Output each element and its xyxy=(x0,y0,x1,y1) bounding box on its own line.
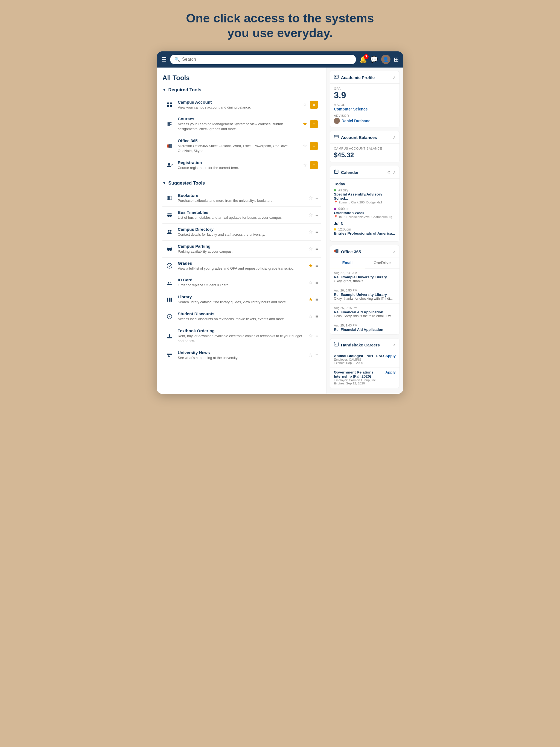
job-item-0[interactable]: Animal Biologist - NIH - LAD Employer: C… xyxy=(330,351,400,367)
university-news-menu-icon[interactable]: ≡ xyxy=(315,353,318,358)
bookstore-menu-icon[interactable]: ≡ xyxy=(315,196,318,200)
office365-tab-onedrive[interactable]: OneDrive xyxy=(365,258,400,268)
handshake-controls[interactable]: ∧ xyxy=(393,343,396,347)
office365-tab-email[interactable]: Email xyxy=(330,258,365,268)
email-item-3[interactable]: Aug 25, 1:43 PM Re: Financial Aid Applic… xyxy=(330,321,400,335)
email-from-1: Re: Example University Library xyxy=(334,292,396,297)
office365-menu[interactable]: ≡ xyxy=(310,142,318,150)
calendar-collapse-icon[interactable]: ∧ xyxy=(393,170,396,175)
campus-directory-star[interactable]: ☆ xyxy=(308,229,313,235)
tool-item-student-discounts[interactable]: Student Discounts Access local discounts… xyxy=(162,308,321,325)
search-icon: 🔍 xyxy=(175,57,180,62)
svg-rect-2 xyxy=(167,105,169,107)
email-item-0[interactable]: Aug 27, 8:41 AM Re: Example University L… xyxy=(330,268,400,286)
registration-desc: Course registration for the current term… xyxy=(178,165,299,170)
courses-star[interactable]: ★ xyxy=(303,121,307,127)
tool-item-bookstore[interactable]: Bookstore Purchase textbooks and more fr… xyxy=(162,190,321,207)
tool-item-office365[interactable]: Office 365 Microsoft Office365 Suite: Ou… xyxy=(162,135,321,157)
tool-item-university-news[interactable]: University News See what's happening at … xyxy=(162,347,321,364)
grades-star[interactable]: ★ xyxy=(308,263,313,269)
student-discounts-menu-icon[interactable]: ≡ xyxy=(315,314,318,319)
svg-point-14 xyxy=(170,250,172,251)
bus-menu-icon[interactable]: ≡ xyxy=(315,212,318,217)
tool-item-parking[interactable]: Campus Parking Parking availability at y… xyxy=(162,241,321,258)
tool-item-registration[interactable]: Registration Course registration for the… xyxy=(162,157,321,174)
email-item-2[interactable]: Aug 25, 2:15 PM Re: Financial Aid Applic… xyxy=(330,304,400,321)
email-item-1[interactable]: Aug 26, 3:53 PM Re: Example University L… xyxy=(330,286,400,304)
textbook-menu-icon[interactable]: ≡ xyxy=(315,334,318,338)
svg-rect-3 xyxy=(170,105,172,107)
calendar-today-label: Today xyxy=(334,182,396,186)
textbook-star[interactable]: ☆ xyxy=(308,333,313,339)
courses-menu[interactable]: ≡ xyxy=(310,120,318,128)
academic-profile-collapse[interactable]: ∧ xyxy=(393,75,396,80)
bookstore-star[interactable]: ☆ xyxy=(308,195,313,201)
panel-title: All Tools xyxy=(162,74,321,82)
grid-icon[interactable]: ⊞ xyxy=(394,56,399,63)
registration-star[interactable]: ☆ xyxy=(303,162,307,168)
calendar-event-0[interactable]: All day Special Assembly/Advisory Sched.… xyxy=(334,188,396,204)
search-input[interactable] xyxy=(182,57,352,62)
academic-profile-title: Academic Profile xyxy=(341,75,375,80)
avatar[interactable]: 👤 xyxy=(381,55,390,64)
email-preview-0: Okay, great, thanks. xyxy=(334,279,396,283)
id-card-info: ID Card Order or replace Student ID card… xyxy=(178,278,305,288)
student-discounts-star[interactable]: ☆ xyxy=(308,314,313,319)
job-apply-0[interactable]: Apply xyxy=(385,354,396,358)
office365-collapse-icon[interactable]: ∧ xyxy=(393,249,396,254)
courses-desc: Access your Learning Management System t… xyxy=(178,122,299,131)
account-balances-controls[interactable]: ∧ xyxy=(393,135,396,139)
account-balances-widget: Account Balances ∧ Campus account balanc… xyxy=(330,131,400,162)
university-news-star[interactable]: ☆ xyxy=(308,353,313,358)
svg-point-15 xyxy=(167,263,172,268)
svg-point-13 xyxy=(168,250,169,251)
notification-bell[interactable]: 🔔 3 xyxy=(359,56,367,63)
calendar-gear-icon[interactable]: ⚙ xyxy=(387,170,391,175)
job-apply-1[interactable]: Apply xyxy=(385,370,396,374)
calendar-next-event-0[interactable]: 12:00pm Entries Professionals of America… xyxy=(334,228,396,235)
parking-menu-icon[interactable]: ≡ xyxy=(315,247,318,251)
handshake-title-wrap: Handshake Careers xyxy=(334,342,380,348)
bus-star[interactable]: ☆ xyxy=(308,212,313,218)
tool-item-grades[interactable]: Grades View a full-list of your grades a… xyxy=(162,258,321,275)
campus-account-star[interactable]: ☆ xyxy=(303,102,307,107)
tool-item-bus[interactable]: Bus Timetables List of bus timetables an… xyxy=(162,207,321,224)
campus-directory-menu-icon[interactable]: ≡ xyxy=(315,229,318,234)
id-card-star[interactable]: ☆ xyxy=(308,280,313,285)
required-section-header[interactable]: ▼ Required Tools xyxy=(162,87,321,93)
grades-menu-icon[interactable]: ≡ xyxy=(315,263,318,268)
tool-item-id-card[interactable]: ID Card Order or replace Student ID card… xyxy=(162,274,321,291)
tool-item-campus-account[interactable]: Campus Account View your campus account … xyxy=(162,97,321,113)
job-expires-0: Expires: Sep 9, 2020 xyxy=(334,361,384,364)
university-news-icon xyxy=(165,351,174,360)
tool-item-courses[interactable]: Courses Access your Learning Management … xyxy=(162,113,321,135)
search-bar[interactable]: 🔍 xyxy=(170,55,356,64)
email-time-2: Aug 25, 2:15 PM xyxy=(334,306,396,310)
academic-profile-title-wrap: Academic Profile xyxy=(334,74,375,81)
id-card-menu-icon[interactable]: ≡ xyxy=(315,280,318,285)
suggested-section-header[interactable]: ▼ Suggested Tools xyxy=(162,180,321,186)
job-item-1[interactable]: Government Relations Internship (Fall 20… xyxy=(330,367,400,388)
handshake-collapse-icon[interactable]: ∧ xyxy=(393,343,396,347)
chat-icon[interactable]: 💬 xyxy=(370,56,378,63)
tool-item-library[interactable]: Library Search library catalog, find lib… xyxy=(162,291,321,308)
campus-account-menu[interactable]: ≡ xyxy=(310,101,318,109)
account-balances-collapse[interactable]: ∧ xyxy=(393,135,396,139)
tool-item-textbook[interactable]: Textbook Ordering Rent, buy, or download… xyxy=(162,325,321,347)
advisor-value[interactable]: Daniel Dushane xyxy=(341,119,371,123)
major-value[interactable]: Computer Science xyxy=(334,107,396,111)
academic-profile-controls[interactable]: ∧ xyxy=(393,75,396,80)
svg-rect-18 xyxy=(167,298,169,302)
registration-menu[interactable]: ≡ xyxy=(310,161,318,169)
account-balances-title: Account Balances xyxy=(341,135,377,140)
office365-star[interactable]: ☆ xyxy=(303,143,307,149)
bookstore-name: Bookstore xyxy=(178,193,305,198)
library-star[interactable]: ★ xyxy=(308,297,313,302)
calendar-event-1[interactable]: 9:00am Orientation Week 📍 1015 Philadelp… xyxy=(334,207,396,219)
job-employer-0: Employer: CAMRIS xyxy=(334,358,384,361)
office365-widget-controls[interactable]: ∧ xyxy=(393,249,396,254)
hamburger-icon[interactable]: ☰ xyxy=(161,56,167,63)
tool-item-campus-directory[interactable]: Campus Directory Contact details for fac… xyxy=(162,224,321,241)
library-menu-icon[interactable]: ≡ xyxy=(315,297,318,302)
parking-star[interactable]: ☆ xyxy=(308,246,313,252)
